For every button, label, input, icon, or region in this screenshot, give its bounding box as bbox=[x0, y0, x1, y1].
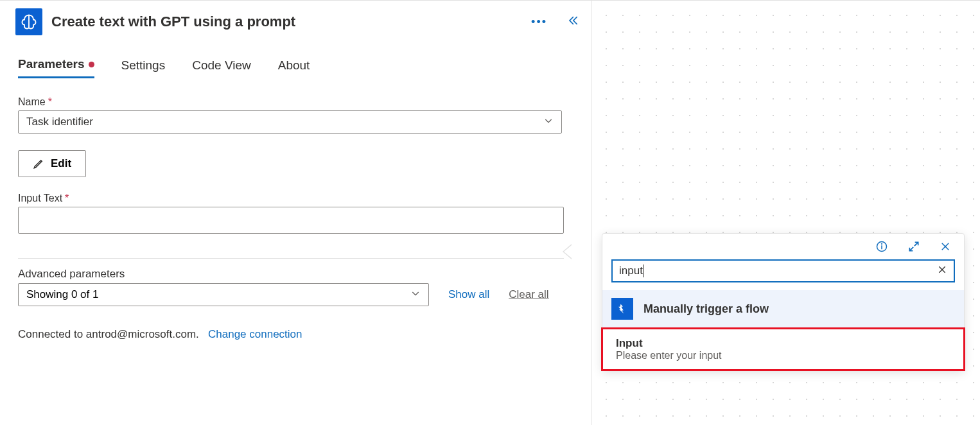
search-input[interactable]: input bbox=[611, 259, 955, 282]
advanced-dropdown-value: Showing 0 of 1 bbox=[26, 288, 98, 301]
pencil-icon bbox=[33, 158, 44, 169]
input-text-field[interactable] bbox=[18, 207, 564, 234]
collapse-panel-button[interactable] bbox=[566, 14, 579, 30]
chevron-down-icon bbox=[543, 116, 554, 129]
svg-line-5 bbox=[909, 247, 913, 251]
tab-about[interactable]: About bbox=[278, 57, 310, 78]
tab-code-view[interactable]: Code View bbox=[192, 57, 251, 78]
expand-icon[interactable] bbox=[907, 240, 920, 256]
tab-settings[interactable]: Settings bbox=[121, 57, 166, 78]
svg-point-3 bbox=[882, 243, 882, 244]
advanced-parameters-dropdown[interactable]: Showing 0 of 1 bbox=[18, 283, 429, 306]
clear-search-icon[interactable] bbox=[937, 265, 947, 277]
more-menu[interactable]: ••• bbox=[531, 15, 547, 29]
name-dropdown[interactable]: Task identifier bbox=[18, 110, 562, 134]
edit-button-label: Edit bbox=[51, 157, 71, 170]
chevron-down-icon bbox=[410, 288, 421, 302]
trigger-title: Manually trigger a flow bbox=[643, 302, 769, 316]
clear-all-link[interactable]: Clear all bbox=[509, 288, 548, 301]
dynamic-item-description: Please enter your input bbox=[616, 350, 950, 361]
input-text-label: Input Text* bbox=[18, 193, 573, 204]
connection-info: Connected to antrod@microsoft.com. Chang… bbox=[18, 328, 573, 341]
dynamic-content-item-input[interactable]: Input Please enter your input bbox=[601, 327, 965, 371]
trigger-section-header[interactable]: Manually trigger a flow bbox=[602, 290, 964, 327]
action-icon bbox=[15, 8, 42, 35]
info-icon[interactable] bbox=[875, 240, 888, 256]
name-dropdown-value: Task identifier bbox=[26, 116, 93, 128]
dynamic-content-picker: input Manually trigger a flow Input Plea… bbox=[602, 233, 965, 370]
divider bbox=[18, 258, 564, 259]
name-field-label: Name* bbox=[18, 96, 573, 108]
edit-button[interactable]: Edit bbox=[18, 150, 86, 177]
change-connection-link[interactable]: Change connection bbox=[208, 328, 302, 340]
trigger-icon bbox=[611, 298, 633, 320]
advanced-parameters-label: Advanced parameters bbox=[18, 268, 573, 281]
dynamic-item-title: Input bbox=[616, 337, 950, 350]
tab-parameters[interactable]: Parameters bbox=[18, 57, 94, 78]
action-title: Create text with GPT using a prompt bbox=[51, 13, 522, 30]
show-all-link[interactable]: Show all bbox=[448, 288, 489, 301]
canvas-area[interactable]: input Manually trigger a flow Input Plea… bbox=[591, 0, 980, 425]
search-input-value: input bbox=[619, 265, 644, 277]
tabs-bar: Parameters Settings Code View About bbox=[0, 35, 591, 78]
close-icon[interactable] bbox=[940, 241, 951, 255]
tab-label: Parameters bbox=[18, 57, 85, 71]
validation-dot-icon bbox=[89, 62, 94, 67]
svg-line-4 bbox=[914, 242, 918, 246]
